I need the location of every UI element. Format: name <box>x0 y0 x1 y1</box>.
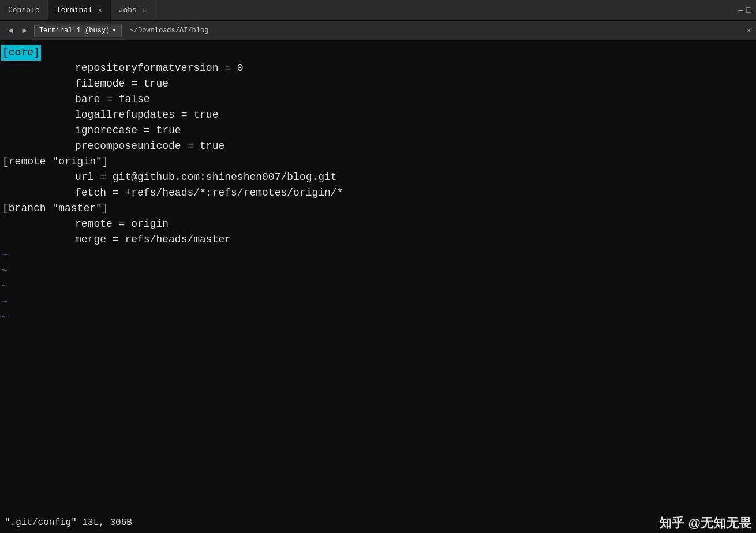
terminal-line: logallrefupdates = true <box>0 107 756 123</box>
terminal-line: merge = refs/heads/master <box>0 232 756 247</box>
terminal-line: ~ <box>0 279 756 294</box>
status-bar: ".git/config" 13L, 306B 知乎 @无知无畏 <box>0 512 756 533</box>
maximize-button[interactable]: □ <box>747 6 751 15</box>
tab-console-label: Console <box>8 6 40 14</box>
terminal-content: [core]repositoryformatversion = 0filemod… <box>0 40 756 533</box>
terminal-line: ~ <box>0 247 756 263</box>
dropdown-icon: ▾ <box>112 26 116 35</box>
nav-buttons: ◀ ▶ <box>5 24 31 36</box>
tab-terminal[interactable]: Terminal ✕ <box>48 0 111 20</box>
terminal-line: [branch "master"] <box>0 201 756 216</box>
terminal-line: [core] <box>0 45 756 61</box>
terminal-line: remote = origin <box>0 216 756 232</box>
tab-terminal-close[interactable]: ✕ <box>98 6 102 14</box>
tab-console[interactable]: Console <box>0 0 48 20</box>
watermark: 知乎 @无知无畏 <box>659 513 751 532</box>
terminal-line: filemode = true <box>0 76 756 92</box>
minimize-button[interactable]: — <box>738 6 743 15</box>
terminal-selector[interactable]: Terminal 1 (busy) ▾ <box>34 24 122 37</box>
terminal-line: ~ <box>0 310 756 325</box>
window-controls: — □ <box>735 6 756 15</box>
terminal-line: url = git@github.com:shineshen007/blog.g… <box>0 170 756 185</box>
file-info: ".git/config" 13L, 306B <box>5 516 132 530</box>
terminal-line: fetch = +refs/heads/*:refs/remotes/origi… <box>0 185 756 201</box>
terminal-line: bare = false <box>0 92 756 107</box>
terminal-line: [remote "origin"] <box>0 154 756 170</box>
toolbar-close-button[interactable]: ✕ <box>747 25 751 35</box>
path-display: ~/Downloads/AI/blog <box>130 27 209 35</box>
tab-jobs-close[interactable]: ✕ <box>143 6 147 14</box>
tab-jobs-label: Jobs <box>119 6 137 14</box>
terminal-line: ~ <box>0 263 756 279</box>
forward-button[interactable]: ▶ <box>18 24 30 36</box>
terminal-lines: [core]repositoryformatversion = 0filemod… <box>0 45 756 325</box>
terminal-line: ~ <box>0 294 756 310</box>
terminal-line: precomposeunicode = true <box>0 138 756 154</box>
tab-terminal-label: Terminal <box>57 6 92 14</box>
terminal-line: ignorecase = true <box>0 123 756 138</box>
terminal-line: repositoryformatversion = 0 <box>0 61 756 76</box>
back-button[interactable]: ◀ <box>5 24 16 36</box>
tab-jobs[interactable]: Jobs ✕ <box>111 0 155 20</box>
tab-bar: Console Terminal ✕ Jobs ✕ — □ <box>0 0 756 21</box>
toolbar: ◀ ▶ Terminal 1 (busy) ▾ ~/Downloads/AI/b… <box>0 21 756 40</box>
terminal-selector-label: Terminal 1 (busy) <box>39 27 110 35</box>
